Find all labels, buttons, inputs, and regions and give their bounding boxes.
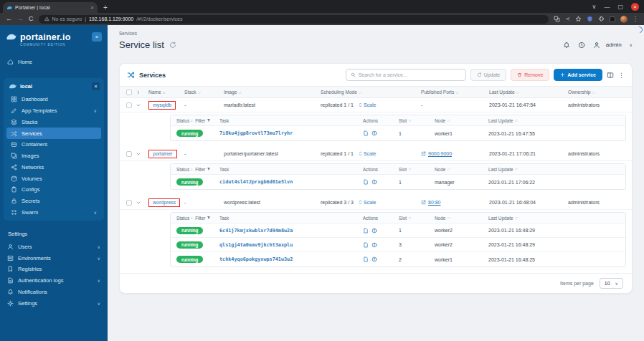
task-inspect-icon[interactable] [371, 130, 377, 136]
add-service-button[interactable]: Add service [554, 69, 602, 81]
sidebar-item-configs[interactable]: Configs ∨ [6, 184, 101, 196]
task-id-link[interactable]: cidut4sl4t2prxgb6d01e5lvn [219, 179, 293, 185]
task-column-node[interactable]: Node↓↑ [435, 118, 488, 123]
sidebar-item-containers[interactable]: Containers ∨ [6, 139, 101, 150]
filter-funnel-icon[interactable] [207, 118, 211, 123]
column-header-stack[interactable]: Stack ↓↑ [184, 90, 224, 95]
published-port-link[interactable]: 80:80 [421, 200, 441, 205]
translate-icon[interactable] [554, 16, 560, 22]
scale-link[interactable]: Scale [358, 102, 377, 107]
sidebar-item-users[interactable]: Users ∨ [3, 241, 105, 252]
environment-close-icon[interactable]: × [92, 82, 100, 90]
update-button[interactable]: Update [470, 69, 507, 81]
service-name-link[interactable]: mysqldb [148, 101, 176, 110]
window-minimize-icon[interactable]: — [604, 4, 610, 10]
sidebar-item-networks[interactable]: Networks ∨ [6, 161, 101, 173]
service-name-link[interactable]: portainer [148, 150, 177, 158]
column-header-name[interactable]: Name ↓↑ [148, 90, 184, 95]
filter-funnel-icon[interactable] [207, 216, 211, 220]
task-logs-icon[interactable] [363, 130, 369, 136]
task-column-last-update[interactable]: Last Update↓↑ [488, 167, 625, 172]
search-input[interactable] [359, 72, 461, 77]
user-icon[interactable] [593, 42, 600, 49]
sidebar-item-home[interactable]: Home [3, 57, 105, 68]
task-logs-icon[interactable] [363, 228, 369, 234]
task-column-status[interactable]: Status [176, 118, 189, 123]
scale-link[interactable]: Scale [358, 151, 377, 156]
task-column-slot[interactable]: Slot↓↑ [399, 118, 435, 123]
columns-settings-icon[interactable] [607, 72, 614, 79]
sidebar-item-stacks[interactable]: Stacks ∨ [6, 116, 101, 128]
expand-all-chevron-icon[interactable] [136, 90, 141, 95]
column-header-last-update[interactable]: Last Update ↓↑ [489, 90, 568, 95]
task-column-last-update[interactable]: Last Update↓↑ [488, 118, 625, 123]
sidebar-item-environments[interactable]: Environments ∨ [3, 252, 105, 264]
collapse-service-chevron-icon[interactable] [136, 200, 141, 206]
filter-funnel-icon[interactable] [207, 167, 211, 171]
table-menu-icon[interactable]: ⋮ [618, 72, 625, 79]
sidebar-item-volumes[interactable]: Volumes ∨ [6, 173, 101, 184]
sidebar-item-secrets[interactable]: Secrets ∨ [6, 196, 101, 207]
service-checkbox[interactable] [126, 151, 132, 157]
task-column-filter[interactable]: Filter [195, 216, 205, 221]
browser-profile-avatar[interactable] [620, 16, 628, 23]
sidebar-item-images[interactable]: Images ∨ [6, 150, 101, 162]
task-column-node[interactable]: Node↓↑ [435, 167, 488, 172]
sidebar-item-registries[interactable]: Registries ∨ [3, 264, 105, 275]
collapse-service-chevron-icon[interactable] [136, 102, 141, 108]
service-checkbox[interactable] [126, 200, 132, 206]
task-logs-icon[interactable] [363, 256, 369, 262]
environment-header[interactable]: local × [4, 78, 104, 94]
task-column-status[interactable]: Status [176, 216, 189, 221]
browser-menu-icon[interactable]: ⋮ [633, 16, 638, 22]
share-icon[interactable]: ≺ [565, 16, 570, 22]
sidebar-item-authentication-logs[interactable]: Authentication logs ∨ [3, 275, 105, 287]
extension-dark-icon[interactable] [610, 16, 615, 22]
task-inspect-icon[interactable] [371, 179, 377, 185]
task-column-slot[interactable]: Slot↓↑ [399, 167, 435, 172]
sidebar-item-swarm[interactable]: Swarm ∨ [6, 207, 101, 218]
scale-link[interactable]: Scale [358, 200, 377, 205]
window-menu-icon[interactable]: ∨ [592, 4, 597, 10]
column-header-scheduling-mode[interactable]: Scheduling Mode ↓↑ [321, 90, 421, 95]
task-column-filter[interactable]: Filter [195, 118, 205, 123]
select-all-checkbox[interactable] [126, 90, 132, 95]
task-column-filter[interactable]: Filter [195, 167, 205, 172]
bookmark-star-icon[interactable] [575, 16, 582, 22]
browser-tab[interactable]: Portainer | local × [3, 2, 98, 13]
task-id-link[interactable]: qls1gj4ta0eav9jkcht3axplu [219, 242, 293, 248]
items-per-page-select[interactable]: 10 ∨ [600, 278, 623, 289]
notifications-bell-icon[interactable] [563, 42, 570, 49]
window-restore-icon[interactable]: ▢ [617, 4, 623, 10]
sidebar-item-dashboard[interactable]: Dashboard ∨ [6, 94, 101, 105]
task-id-link[interactable]: tchk4yqo6pokgyxwps741w3u2 [219, 256, 293, 262]
task-logs-icon[interactable] [363, 179, 369, 185]
task-inspect-icon[interactable] [371, 228, 377, 234]
adblock-shield-icon[interactable] [587, 16, 593, 22]
task-id-link[interactable]: 7i8ku4jgp8rovtl73mu7lryhr [219, 130, 293, 136]
new-tab-button[interactable]: + [103, 4, 108, 11]
service-checkbox[interactable] [126, 102, 132, 108]
sidebar-item-services[interactable]: Services ∨ [6, 128, 101, 139]
back-icon[interactable]: ← [6, 16, 12, 22]
task-inspect-icon[interactable] [371, 242, 377, 248]
published-port-link[interactable]: 9000:9000 [421, 151, 452, 156]
task-inspect-icon[interactable] [371, 256, 377, 262]
task-logs-icon[interactable] [363, 242, 369, 248]
reload-icon[interactable]: C [29, 16, 34, 22]
address-bar[interactable]: No es seguro | 192.168.1.129:9000/#!/2/d… [39, 15, 549, 24]
activity-clock-icon[interactable] [578, 42, 585, 49]
service-name-link[interactable]: wordpress [148, 198, 180, 207]
remove-button[interactable]: Remove [511, 69, 549, 81]
collapse-service-chevron-icon[interactable] [136, 151, 141, 157]
column-header-image[interactable]: Image ↓↑ [224, 90, 321, 95]
breadcrumb[interactable]: Services [119, 31, 633, 36]
extensions-puzzle-icon[interactable] [598, 16, 605, 22]
sidebar-item-settings[interactable]: Settings ∨ [3, 297, 105, 309]
task-column-status[interactable]: Status [176, 167, 189, 172]
refresh-page-icon[interactable] [169, 42, 176, 49]
user-menu-label[interactable]: admin [606, 42, 622, 48]
column-header-ownership[interactable]: Ownership ↓↑ [568, 90, 632, 95]
task-id-link[interactable]: 6c41j7kmjxkwblxr7d94m8w2a [219, 228, 293, 234]
column-header-published-ports[interactable]: Published Ports ↓↑ [421, 90, 489, 95]
